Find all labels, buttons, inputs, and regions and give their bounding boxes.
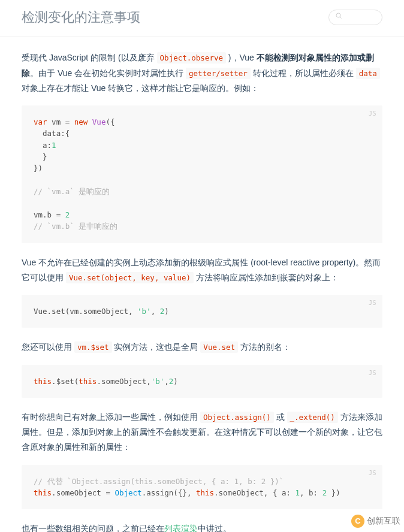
code-block-3: JS this.$set(this.someObject,'b',2)	[22, 365, 382, 398]
tok: 1	[52, 141, 56, 150]
tok: Object	[114, 488, 141, 497]
code-block-1: JS var vm = new Vue({ data:{ a:1 } }) //…	[22, 105, 382, 243]
tok: 'b'	[137, 307, 151, 316]
paragraph-3: 您还可以使用 vm.$set 实例方法，这也是全局 Vue.set 方法的别名：	[22, 340, 382, 355]
inline-code: Object.assign()	[200, 412, 274, 423]
paragraph-1: 受现代 JavaScript 的限制 (以及废弃 Object.observe …	[22, 50, 382, 96]
text: 或	[274, 412, 287, 422]
text: 方法将响应属性添加到嵌套的对象上：	[194, 273, 339, 282]
search-icon	[335, 11, 342, 23]
paragraph-2: Vue 不允许在已经创建的实例上动态添加新的根级响应式属性 (root-leve…	[22, 255, 382, 285]
inline-code: Vue.set	[200, 341, 238, 353]
tok: this	[196, 488, 214, 497]
page-title: 检测变化的注意事项	[22, 6, 140, 28]
svg-line-1	[340, 17, 341, 19]
tok: 2	[160, 307, 165, 316]
code-lang-badge: JS	[369, 298, 376, 308]
code-lang-badge: JS	[369, 468, 376, 478]
code-content: var vm = new Vue({ data:{ a:1 } }) // `v…	[34, 116, 370, 232]
text: 方法的别名：	[238, 342, 291, 352]
text: 实例方法，这也是全局	[112, 342, 201, 352]
text: 受现代 JavaScript 的限制 (以及废弃	[22, 53, 157, 62]
text: 有时你想向已有对象上添加一些属性，例如使用	[22, 412, 200, 422]
tok: var	[34, 117, 47, 126]
text: )，Vue	[226, 53, 257, 62]
svg-point-0	[336, 13, 340, 17]
tok: this	[79, 377, 97, 386]
code-lang-badge: JS	[369, 109, 376, 119]
code-content: Vue.set(vm.someObject, 'b', 2)	[34, 306, 370, 317]
tok: 'b'	[151, 377, 165, 386]
inline-code: data	[356, 68, 380, 79]
tok: // `vm.b` 是非响应的	[34, 222, 117, 231]
inline-code: Vue.set(object, key, value)	[66, 272, 194, 283]
paragraph-4: 有时你想向已有对象上添加一些属性，例如使用 Object.assign() 或 …	[22, 410, 382, 455]
code-block-4: JS // 代替 `Object.assign(this.someObject,…	[22, 465, 382, 510]
paragraph-5: 也有一些数组相关的问题，之前已经在列表渲染中讲过。	[22, 521, 382, 532]
tok: this	[34, 377, 52, 386]
search-input[interactable]	[328, 10, 382, 25]
inline-code: getter/setter	[186, 68, 251, 79]
tok: Vue	[92, 117, 106, 126]
inline-code: _.extend()	[287, 412, 338, 423]
tok: new	[74, 117, 88, 126]
code-block-2: JS Vue.set(vm.someObject, 'b', 2)	[22, 295, 382, 328]
text: 转化过程，所以属性必须在	[251, 68, 356, 78]
list-rendering-link[interactable]: 列表渲染	[164, 524, 198, 532]
text: 对象上存在才能让 Vue 转换它，这样才能让它是响应的。例如：	[22, 83, 259, 93]
tok: 2	[322, 488, 327, 497]
inline-code: vm.$set	[74, 341, 112, 353]
tok: 2	[169, 377, 174, 386]
code-content: this.$set(this.someObject,'b',2)	[34, 376, 370, 387]
code-content: // 代替 `Object.assign(this.someObject, { …	[34, 476, 370, 499]
text: 。由于 Vue 会在初始化实例时对属性执行	[30, 68, 186, 78]
tok: // `vm.a` 是响应的	[34, 187, 110, 196]
text: 您还可以使用	[22, 342, 74, 352]
content: 受现代 JavaScript 的限制 (以及废弃 Object.observe …	[0, 37, 404, 532]
tok: this	[34, 488, 52, 497]
tok: 1	[296, 488, 300, 497]
inline-code: Object.observe	[157, 52, 226, 64]
header-bar: 检测变化的注意事项	[0, 0, 404, 37]
tok: // 代替 `Object.assign(this.someObject, { …	[34, 477, 284, 486]
code-lang-badge: JS	[369, 368, 376, 378]
tok: 2	[65, 210, 70, 219]
text: 也有一些数组相关的问题，之前已经在	[22, 524, 164, 532]
text: 中讲过。	[198, 524, 231, 532]
